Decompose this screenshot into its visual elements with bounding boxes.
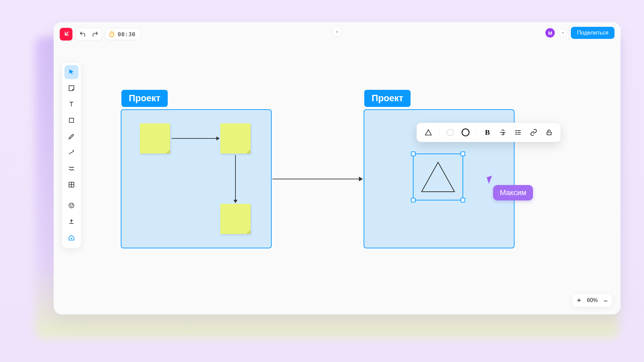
toolbar-separator: [439, 127, 439, 137]
selection-box[interactable]: [413, 154, 463, 200]
strikethrough-button[interactable]: [497, 126, 509, 138]
frame-1[interactable]: Проект: [121, 109, 272, 248]
arrow-head-icon: [216, 136, 220, 140]
arrow-head-icon: [359, 177, 363, 181]
zoom-out-button[interactable]: –: [604, 297, 607, 304]
list-button[interactable]: [512, 126, 524, 138]
stroke-color-button[interactable]: [444, 126, 456, 138]
svg-point-14: [516, 130, 517, 131]
frame-2-label[interactable]: Проект: [364, 90, 411, 107]
remote-user-tag: Максим: [493, 185, 533, 200]
selection-handle[interactable]: [411, 198, 416, 202]
zoom-control: + 60% –: [572, 294, 612, 307]
sticky-note[interactable]: [220, 123, 251, 154]
circle-outline-icon: [446, 128, 454, 137]
svg-point-15: [516, 132, 517, 133]
link-button[interactable]: [528, 126, 540, 138]
bold-button[interactable]: B: [481, 126, 493, 138]
zoom-in-button[interactable]: +: [577, 297, 581, 304]
svg-marker-6: [422, 162, 454, 192]
toolbar-separator: [476, 127, 477, 137]
selection-handle[interactable]: [461, 198, 465, 202]
selection-handle[interactable]: [461, 152, 465, 156]
fill-color-button[interactable]: [460, 126, 472, 138]
lock-button[interactable]: [543, 126, 555, 138]
triangle-icon: [424, 128, 432, 136]
bold-icon: B: [485, 128, 490, 137]
arrow-line: [235, 155, 236, 200]
arrow-line: [172, 138, 217, 139]
link-icon: [530, 129, 537, 136]
triangle-shape[interactable]: [420, 160, 457, 194]
circle-thick-icon: [461, 128, 470, 137]
zoom-value: 60%: [587, 297, 598, 303]
remote-user-name: Максим: [500, 188, 526, 197]
svg-rect-17: [547, 132, 551, 135]
list-icon: [515, 129, 522, 136]
selection-handle[interactable]: [411, 152, 416, 156]
svg-marker-7: [425, 130, 431, 135]
sticky-note[interactable]: [220, 204, 251, 234]
arrow-head-icon: [233, 200, 237, 203]
remote-cursor: [488, 176, 493, 183]
svg-point-16: [516, 134, 517, 135]
frame-1-label[interactable]: Проект: [121, 90, 168, 107]
shape-triangle-button[interactable]: [422, 126, 434, 138]
context-toolbar: B: [417, 123, 561, 142]
cursor-icon: [487, 176, 494, 184]
canvas[interactable]: Проект Проект: [54, 22, 621, 314]
arrow-line: [272, 179, 360, 179]
svg-point-9: [462, 129, 469, 136]
lock-open-icon: [545, 129, 553, 136]
strikethrough-icon: [499, 129, 506, 136]
app-window: 00:30 М Поделиться: [54, 22, 621, 314]
sticky-note[interactable]: [140, 123, 170, 154]
svg-point-8: [447, 129, 453, 136]
